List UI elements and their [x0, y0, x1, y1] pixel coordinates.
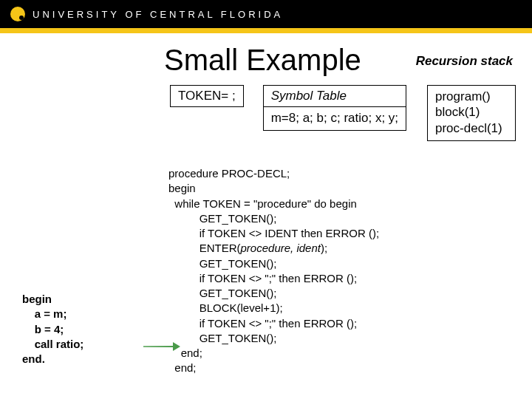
token-box: TOKEN= ;: [170, 85, 244, 107]
recursion-stack-label: Recursion stack: [416, 54, 513, 69]
slide-content: Small Example Recursion stack TOKEN= ; S…: [0, 33, 532, 77]
program-code-left: begin a = m; b = 4; call ratio; end.: [22, 292, 83, 366]
university-name: UNIVERSITY OF CENTRAL FLORIDA: [33, 9, 283, 20]
gold-divider: [0, 28, 532, 33]
info-boxes: TOKEN= ; Symbol Table m=8; a; b; c; rati…: [170, 85, 406, 131]
symbol-table-header: Symbol Table: [263, 85, 406, 106]
ucf-logo-icon: [10, 7, 25, 21]
arrow-icon: [143, 342, 180, 351]
code-post: ); GET_TOKEN(); if TOKEN <> ";" then ERR…: [168, 242, 357, 374]
recursion-stack-box: program() block(1) proc-decl(1): [427, 85, 516, 141]
symbol-table-body: m=8; a; b; c; ratio; x; y;: [263, 106, 406, 131]
symbol-table-box: Symbol Table m=8; a; b; c; ratio; x; y;: [263, 85, 406, 131]
header-bar: UNIVERSITY OF CENTRAL FLORIDA: [0, 0, 532, 28]
procedure-code: procedure PROC-DECL; begin while TOKEN =…: [168, 166, 379, 376]
code-ital: procedure, ident: [241, 242, 321, 254]
